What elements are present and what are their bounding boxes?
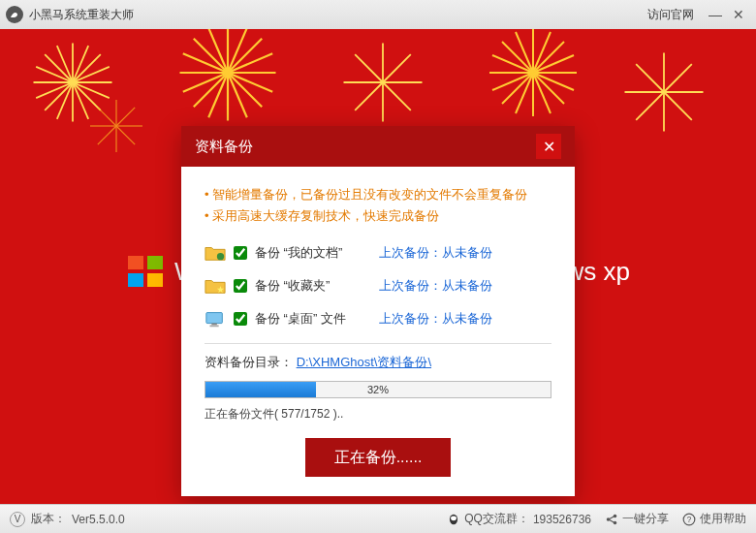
version-icon: V xyxy=(10,512,25,527)
svg-line-19 xyxy=(228,73,262,107)
label-documents: 备份 “我的文档” xyxy=(255,244,371,262)
app-logo-icon xyxy=(6,6,23,23)
status-desktop[interactable]: 上次备份：从未备份 xyxy=(379,310,492,328)
folder-icon xyxy=(205,243,226,263)
svg-line-35 xyxy=(383,82,411,110)
svg-line-17 xyxy=(228,39,262,73)
svg-line-59 xyxy=(664,92,692,120)
qq-group[interactable]: QQ交流群： 193526736 xyxy=(447,511,591,527)
dialog-title: 资料备份 xyxy=(195,138,253,156)
share-button[interactable]: 一键分享 xyxy=(605,511,669,527)
share-icon xyxy=(605,513,618,526)
svg-line-47 xyxy=(502,42,533,73)
app-title: 小黑马系统重装大师 xyxy=(29,7,647,23)
statusbar: V 版本： Ver5.5.0.0 QQ交流群： 193526736 一键分享 ?… xyxy=(0,504,756,533)
app-window: 小黑马系统重装大师 访问官网 — ✕ W ws xp 资料备份 ✕ xyxy=(0,0,756,533)
qq-icon xyxy=(447,513,460,526)
svg-line-71 xyxy=(98,108,116,126)
svg-line-63 xyxy=(636,64,664,92)
bullet-1: 智能增量备份，已备份过且没有改变的文件不会重复备份 xyxy=(205,186,551,204)
progress-percent: 32% xyxy=(205,382,551,397)
help-icon: ? xyxy=(682,513,696,526)
backup-row-desktop: 备份 “桌面” 文件 上次备份：从未备份 xyxy=(205,304,551,333)
backup-status-button[interactable]: 正在备份...... xyxy=(305,438,451,477)
svg-line-69 xyxy=(116,126,135,144)
svg-line-90 xyxy=(610,517,614,518)
help-button[interactable]: ? 使用帮助 xyxy=(682,511,746,527)
status-documents[interactable]: 上次备份：从未备份 xyxy=(379,244,492,262)
checkbox-desktop[interactable] xyxy=(234,312,247,326)
svg-rect-83 xyxy=(211,324,217,326)
svg-line-91 xyxy=(610,519,614,521)
backup-dialog: 资料备份 ✕ 智能增量备份，已备份过且没有改变的文件不会重复备份 采用高速大缓存… xyxy=(181,126,575,496)
svg-rect-73 xyxy=(147,256,163,269)
svg-line-68 xyxy=(116,108,135,126)
svg-line-45 xyxy=(502,73,533,104)
hero-area: W ws xp 资料备份 ✕ 智能增量备份，已备份过且没有改变的文件不会重复备份… xyxy=(0,29,756,504)
info-bullets: 智能增量备份，已备份过且没有改变的文件不会重复备份 采用高速大缓存复制技术，快速… xyxy=(205,186,551,225)
svg-line-39 xyxy=(355,54,383,82)
svg-point-86 xyxy=(451,516,457,520)
label-desktop: 备份 “桌面” 文件 xyxy=(255,310,371,328)
bullet-2: 采用高速大缓存复制技术，快速完成备份 xyxy=(205,207,551,225)
progress-bar: 32% xyxy=(205,381,551,398)
svg-rect-72 xyxy=(128,256,143,269)
svg-line-33 xyxy=(383,54,411,82)
backup-path-link[interactable]: D:\XHMGhost\资料备份\ xyxy=(297,355,431,369)
svg-line-7 xyxy=(45,54,73,82)
desktop-icon xyxy=(205,309,226,329)
path-label: 资料备份目录： xyxy=(205,355,293,369)
svg-line-23 xyxy=(194,39,228,73)
svg-line-5 xyxy=(45,82,73,110)
dialog-header: 资料备份 ✕ xyxy=(181,126,575,167)
divider xyxy=(205,343,551,344)
dialog-close-button[interactable]: ✕ xyxy=(536,134,561,159)
titlebar: 小黑马系统重装大师 访问官网 — ✕ xyxy=(0,0,756,29)
svg-rect-75 xyxy=(147,273,163,287)
folder-star-icon xyxy=(205,276,226,296)
svg-line-43 xyxy=(533,73,564,104)
svg-line-57 xyxy=(664,64,692,92)
label-favorites: 备份 “收藏夹” xyxy=(255,277,371,295)
svg-rect-82 xyxy=(206,313,223,324)
minimize-button[interactable]: — xyxy=(704,7,727,22)
close-button[interactable]: ✕ xyxy=(727,7,750,22)
svg-line-70 xyxy=(98,126,116,144)
windows-flag-icon xyxy=(126,252,165,291)
visit-site-link[interactable]: 访问官网 xyxy=(647,7,694,23)
svg-line-61 xyxy=(636,92,664,120)
status-favorites[interactable]: 上次备份：从未备份 xyxy=(379,277,492,295)
file-count-status: 正在备份文件( 577/1752 ).. xyxy=(205,406,551,423)
svg-line-37 xyxy=(355,82,383,110)
svg-line-1 xyxy=(73,54,101,82)
svg-rect-84 xyxy=(210,325,219,327)
svg-line-41 xyxy=(533,42,564,73)
backup-row-documents: 备份 “我的文档” 上次备份：从未备份 xyxy=(205,238,551,267)
svg-text:?: ? xyxy=(687,515,692,523)
checkbox-favorites[interactable] xyxy=(234,279,247,293)
backup-row-favorites: 备份 “收藏夹” 上次备份：从未备份 xyxy=(205,271,551,300)
svg-line-21 xyxy=(194,73,228,107)
version-value: Ver5.5.0.0 xyxy=(72,513,125,526)
backup-path-line: 资料备份目录： D:\XHMGhost\资料备份\ xyxy=(205,354,551,371)
version-label: 版本： xyxy=(31,511,66,527)
checkbox-documents[interactable] xyxy=(234,246,247,260)
svg-rect-74 xyxy=(128,273,143,287)
svg-point-80 xyxy=(217,253,224,260)
